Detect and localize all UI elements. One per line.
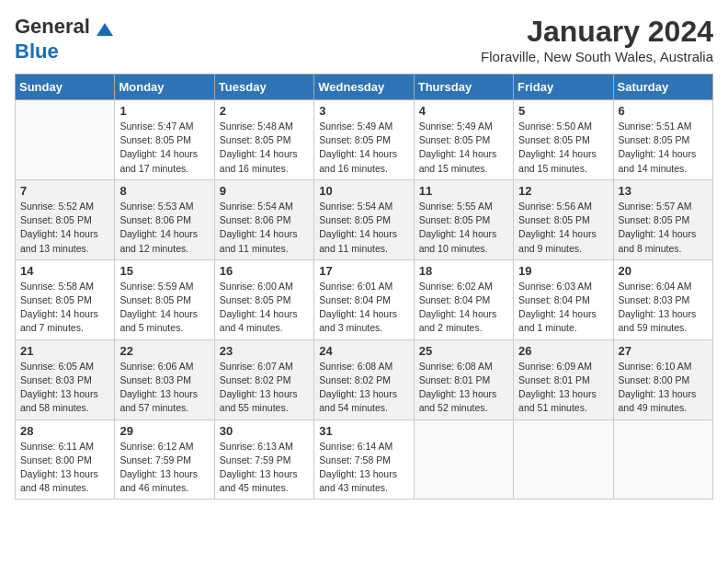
day-cell: 6Sunrise: 5:51 AM Sunset: 8:05 PM Daylig… [613, 100, 712, 180]
day-number: 20 [619, 264, 708, 278]
day-number: 6 [619, 104, 708, 118]
day-number: 31 [319, 424, 408, 438]
day-info: Sunrise: 5:54 AM Sunset: 8:05 PM Dayligh… [319, 200, 408, 256]
day-cell [16, 100, 115, 180]
day-cell [613, 419, 712, 500]
day-info: Sunrise: 6:05 AM Sunset: 8:03 PM Dayligh… [20, 360, 109, 416]
day-number: 26 [518, 344, 608, 358]
day-cell: 21Sunrise: 6:05 AM Sunset: 8:03 PM Dayli… [16, 339, 115, 419]
day-info: Sunrise: 6:09 AM Sunset: 8:01 PM Dayligh… [518, 360, 608, 416]
day-info: Sunrise: 5:54 AM Sunset: 8:06 PM Dayligh… [220, 200, 309, 256]
day-cell: 27Sunrise: 6:10 AM Sunset: 8:00 PM Dayli… [613, 339, 712, 419]
location: Floraville, New South Wales, Australia [481, 49, 713, 64]
day-number: 30 [220, 424, 309, 438]
day-info: Sunrise: 6:00 AM Sunset: 8:05 PM Dayligh… [220, 280, 309, 336]
calendar-table: SundayMondayTuesdayWednesdayThursdayFrid… [15, 74, 713, 500]
day-cell: 31Sunrise: 6:14 AM Sunset: 7:58 PM Dayli… [314, 419, 414, 500]
day-cell: 26Sunrise: 6:09 AM Sunset: 8:01 PM Dayli… [514, 339, 613, 419]
header-cell-saturday: Saturday [613, 75, 712, 100]
week-row-3: 14Sunrise: 5:58 AM Sunset: 8:05 PM Dayli… [16, 259, 713, 339]
day-number: 19 [518, 264, 608, 278]
day-number: 14 [20, 264, 109, 278]
day-cell: 10Sunrise: 5:54 AM Sunset: 8:05 PM Dayli… [314, 179, 414, 259]
day-cell: 23Sunrise: 6:07 AM Sunset: 8:02 PM Dayli… [214, 339, 313, 419]
header-cell-thursday: Thursday [414, 75, 513, 100]
page-header: General Blue January 2024 Floraville, Ne… [15, 15, 713, 64]
day-info: Sunrise: 5:48 AM Sunset: 8:05 PM Dayligh… [220, 120, 309, 176]
day-info: Sunrise: 6:08 AM Sunset: 8:02 PM Dayligh… [319, 360, 408, 416]
header-cell-wednesday: Wednesday [314, 75, 414, 100]
day-number: 27 [619, 344, 708, 358]
day-number: 13 [619, 184, 708, 198]
day-info: Sunrise: 6:08 AM Sunset: 8:01 PM Dayligh… [419, 360, 508, 416]
day-info: Sunrise: 5:58 AM Sunset: 8:05 PM Dayligh… [20, 280, 109, 336]
day-info: Sunrise: 5:53 AM Sunset: 8:06 PM Dayligh… [119, 200, 209, 256]
day-cell [414, 419, 513, 500]
day-cell: 29Sunrise: 6:12 AM Sunset: 7:59 PM Dayli… [115, 419, 214, 500]
week-row-4: 21Sunrise: 6:05 AM Sunset: 8:03 PM Dayli… [16, 339, 713, 419]
day-number: 15 [119, 264, 209, 278]
day-info: Sunrise: 6:12 AM Sunset: 7:59 PM Dayligh… [119, 440, 209, 496]
day-info: Sunrise: 5:55 AM Sunset: 8:05 PM Dayligh… [419, 200, 508, 256]
day-cell: 8Sunrise: 5:53 AM Sunset: 8:06 PM Daylig… [115, 179, 214, 259]
logo-icon-svg [95, 19, 115, 40]
day-number: 1 [119, 104, 209, 118]
day-info: Sunrise: 6:07 AM Sunset: 8:02 PM Dayligh… [220, 360, 309, 416]
logo-text: General [15, 15, 115, 40]
day-cell [514, 419, 613, 500]
day-cell: 14Sunrise: 5:58 AM Sunset: 8:05 PM Dayli… [16, 259, 115, 339]
month-title: January 2024 [481, 15, 713, 49]
day-number: 24 [319, 344, 408, 358]
day-info: Sunrise: 6:13 AM Sunset: 7:59 PM Dayligh… [220, 440, 309, 496]
day-cell: 1Sunrise: 5:47 AM Sunset: 8:05 PM Daylig… [115, 100, 214, 180]
day-info: Sunrise: 5:49 AM Sunset: 8:05 PM Dayligh… [419, 120, 508, 176]
header-cell-tuesday: Tuesday [214, 75, 313, 100]
header-row: SundayMondayTuesdayWednesdayThursdayFrid… [16, 75, 713, 100]
day-cell: 17Sunrise: 6:01 AM Sunset: 8:04 PM Dayli… [314, 259, 414, 339]
day-cell: 28Sunrise: 6:11 AM Sunset: 8:00 PM Dayli… [16, 419, 115, 500]
day-cell: 11Sunrise: 5:55 AM Sunset: 8:05 PM Dayli… [414, 179, 513, 259]
day-info: Sunrise: 6:06 AM Sunset: 8:03 PM Dayligh… [119, 360, 209, 416]
day-info: Sunrise: 5:57 AM Sunset: 8:05 PM Dayligh… [619, 200, 708, 256]
day-cell: 13Sunrise: 5:57 AM Sunset: 8:05 PM Dayli… [613, 179, 712, 259]
title-area: January 2024 Floraville, New South Wales… [481, 15, 713, 64]
day-number: 8 [119, 184, 209, 198]
day-number: 4 [419, 104, 508, 118]
day-number: 10 [319, 184, 408, 198]
day-info: Sunrise: 5:47 AM Sunset: 8:05 PM Dayligh… [119, 120, 209, 176]
week-row-2: 7Sunrise: 5:52 AM Sunset: 8:05 PM Daylig… [16, 179, 713, 259]
day-number: 28 [20, 424, 109, 438]
day-number: 21 [20, 344, 109, 358]
day-number: 23 [220, 344, 309, 358]
day-number: 22 [119, 344, 209, 358]
logo-blue: Blue [15, 40, 59, 63]
day-cell: 25Sunrise: 6:08 AM Sunset: 8:01 PM Dayli… [414, 339, 513, 419]
day-info: Sunrise: 5:59 AM Sunset: 8:05 PM Dayligh… [119, 280, 209, 336]
day-info: Sunrise: 6:14 AM Sunset: 7:58 PM Dayligh… [319, 440, 408, 496]
day-info: Sunrise: 6:02 AM Sunset: 8:04 PM Dayligh… [419, 280, 508, 336]
day-cell: 9Sunrise: 5:54 AM Sunset: 8:06 PM Daylig… [214, 179, 313, 259]
day-info: Sunrise: 6:04 AM Sunset: 8:03 PM Dayligh… [619, 280, 708, 336]
day-cell: 19Sunrise: 6:03 AM Sunset: 8:04 PM Dayli… [514, 259, 613, 339]
day-number: 25 [419, 344, 508, 358]
day-number: 12 [518, 184, 608, 198]
week-row-5: 28Sunrise: 6:11 AM Sunset: 8:00 PM Dayli… [16, 419, 713, 500]
day-cell: 18Sunrise: 6:02 AM Sunset: 8:04 PM Dayli… [414, 259, 513, 339]
day-cell: 4Sunrise: 5:49 AM Sunset: 8:05 PM Daylig… [414, 100, 513, 180]
day-cell: 24Sunrise: 6:08 AM Sunset: 8:02 PM Dayli… [314, 339, 414, 419]
day-number: 2 [220, 104, 309, 118]
day-cell: 2Sunrise: 5:48 AM Sunset: 8:05 PM Daylig… [214, 100, 313, 180]
day-info: Sunrise: 5:56 AM Sunset: 8:05 PM Dayligh… [518, 200, 608, 256]
day-info: Sunrise: 5:49 AM Sunset: 8:05 PM Dayligh… [319, 120, 408, 176]
day-cell: 3Sunrise: 5:49 AM Sunset: 8:05 PM Daylig… [314, 100, 414, 180]
day-cell: 22Sunrise: 6:06 AM Sunset: 8:03 PM Dayli… [115, 339, 214, 419]
day-number: 11 [419, 184, 508, 198]
day-info: Sunrise: 5:52 AM Sunset: 8:05 PM Dayligh… [20, 200, 109, 256]
day-cell: 30Sunrise: 6:13 AM Sunset: 7:59 PM Dayli… [214, 419, 313, 500]
day-info: Sunrise: 5:50 AM Sunset: 8:05 PM Dayligh… [518, 120, 608, 176]
day-number: 3 [319, 104, 408, 118]
day-number: 7 [20, 184, 109, 198]
day-info: Sunrise: 5:51 AM Sunset: 8:05 PM Dayligh… [619, 120, 708, 176]
day-number: 17 [319, 264, 408, 278]
day-cell: 7Sunrise: 5:52 AM Sunset: 8:05 PM Daylig… [16, 179, 115, 259]
